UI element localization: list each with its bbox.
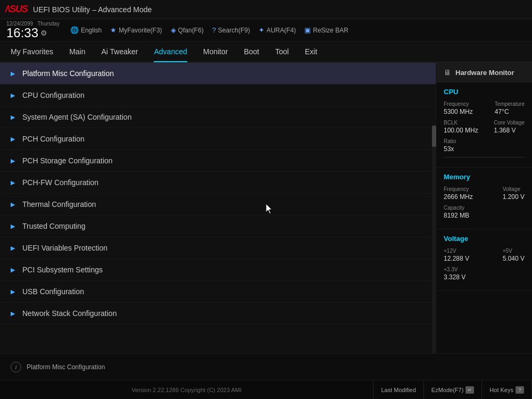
nav-item-boot[interactable]: Boot [244,42,259,62]
bios-header: /\SUS UEFI BIOS Utility – Advanced Mode [0,0,532,19]
aura-icon: ✦ [259,26,264,34]
cpu-ratio-row: Ratio 53x [444,138,525,153]
last-modified-button[interactable]: Last Modified [373,380,423,399]
chevron-right-icon: ▶ [11,179,15,186]
voltage-12v-5v-row: +12V 12.288 V +5V 5.040 V [444,248,525,262]
cpu-divider [444,157,525,157]
resize-icon: ▣ [304,26,311,34]
voltage-33v-value: 3.328 V [444,273,466,281]
cpu-bclk-value: 100.00 MHz [444,127,478,134]
nav-item-my-favorites[interactable]: My Favorites [11,42,53,62]
memory-voltage-col: Voltage 1.200 V [503,186,525,201]
asus-logo: /\SUS [5,4,28,15]
chevron-right-icon: ▶ [11,310,15,317]
cpu-frequency-value: 5300 MHz [444,108,473,115]
voltage-5v-value: 5.040 V [503,255,525,262]
menu-item-pch-config[interactable]: ▶ PCH Configuration [0,128,436,150]
time-display: 16:33 ⚙ [6,27,47,39]
qfan-button[interactable]: ◈ Qfan(F6) [171,26,204,34]
voltage-33v-row: +3.3V 3.328 V [444,267,525,281]
chevron-right-icon: ▶ [11,114,15,121]
chevron-right-icon: ▶ [11,245,15,252]
menu-item-platform-misc[interactable]: ▶ Platform Misc Configuration [0,63,436,85]
memory-voltage-label: Voltage [503,186,525,192]
memory-frequency-value: 2666 MHz [444,193,473,201]
cpu-ratio-value: 53x [444,145,456,153]
cpu-section-title: CPU [444,88,525,96]
cpu-bclk-voltage-row: BCLK 100.00 MHz Core Voltage 1.368 V [444,120,525,134]
cpu-freq-temp-row: Frequency 5300 MHz Temperature 47°C [444,101,525,115]
menu-item-pch-storage[interactable]: ▶ PCH Storage Configuration [0,150,436,172]
nav-item-monitor[interactable]: Monitor [203,42,228,62]
content-panel[interactable]: ▶ Platform Misc Configuration ▶ CPU Conf… [0,63,436,353]
ez-mode-button[interactable]: EzMode(F7) ↵ [424,380,483,399]
main-layout: ▶ Platform Misc Configuration ▶ CPU Conf… [0,63,532,353]
toolbar: 🌐 English ★ MyFavorite(F3) ◈ Qfan(F6) ? … [70,26,348,34]
hardware-monitor-title: Hardware Monitor [455,69,514,77]
star-icon: ★ [110,26,117,34]
resize-bar-button[interactable]: ▣ ReSize BAR [304,26,348,34]
hardware-monitor-header: 🖥 Hardware Monitor [436,63,532,82]
search-button[interactable]: ? Search(F9) [212,26,250,34]
footer: Version 2.22.1286 Copyright (C) 2023 AMI… [0,380,532,399]
cpu-section: CPU Frequency 5300 MHz Temperature 47°C … [436,82,532,168]
hot-keys-icon: ? [516,386,524,394]
menu-item-thermal[interactable]: ▶ Thermal Configuration [0,194,436,215]
my-favorite-button[interactable]: ★ MyFavorite(F3) [110,26,162,34]
cpu-core-voltage-col: Core Voltage 1.368 V [494,120,525,134]
cpu-core-voltage-value: 1.368 V [494,127,525,134]
footer-right: Last Modified EzMode(F7) ↵ Hot Keys ? [373,380,532,399]
nav-item-exit[interactable]: Exit [305,42,317,62]
memory-capacity-label: Capacity [444,205,469,211]
chevron-right-icon: ▶ [11,70,15,77]
cpu-ratio-label: Ratio [444,138,456,144]
nav-item-tool[interactable]: Tool [275,42,289,62]
memory-capacity-row: Capacity 8192 MB [444,205,525,219]
menu-item-usb-config[interactable]: ▶ USB Configuration [0,281,436,303]
memory-voltage-value: 1.200 V [503,193,525,201]
aura-button[interactable]: ✦ AURA(F4) [259,26,296,34]
status-description: Platform Misc Configuration [27,363,105,371]
memory-capacity-value: 8192 MB [444,212,469,219]
version-text: Version 2.22.1286 Copyright (C) 2023 AMI [0,387,373,393]
chevron-right-icon: ▶ [11,223,15,230]
menu-item-system-agent[interactable]: ▶ System Agent (SA) Configuration [0,106,436,128]
cpu-frequency-col: Frequency 5300 MHz [444,101,473,115]
globe-icon: 🌐 [70,26,79,34]
chevron-right-icon: ▶ [11,157,15,164]
voltage-33v-label: +3.3V [444,267,466,272]
scrollbar-thumb[interactable] [432,126,436,147]
settings-gear-icon[interactable]: ⚙ [40,29,47,37]
cpu-temperature-value: 47°C [495,108,525,115]
fan-icon: ◈ [171,26,176,34]
hardware-monitor-panel: 🖥 Hardware Monitor CPU Frequency 5300 MH… [436,63,532,353]
status-info: i Platform Misc Configuration [11,362,105,372]
menu-item-uefi-variables[interactable]: ▶ UEFI Variables Protection [0,237,436,259]
language-selector[interactable]: 🌐 English [70,26,102,34]
monitor-icon: 🖥 [444,68,451,77]
menu-item-network-stack[interactable]: ▶ Network Stack Configuration [0,303,436,325]
cpu-core-voltage-label: Core Voltage [494,120,525,126]
voltage-12v-value: 12.288 V [444,255,469,262]
voltage-12v-label: +12V [444,248,469,254]
memory-freq-voltage-row: Frequency 2666 MHz Voltage 1.200 V [444,186,525,201]
menu-item-pci-subsystem[interactable]: ▶ PCI Subsystem Settings [0,259,436,281]
menu-item-pch-fw[interactable]: ▶ PCH-FW Configuration [0,172,436,194]
voltage-5v-col: +5V 5.040 V [503,248,525,262]
cpu-temperature-label: Temperature [495,101,525,107]
nav-item-advanced[interactable]: Advanced [154,42,187,62]
memory-capacity-col: Capacity 8192 MB [444,205,469,219]
menu-item-cpu-config[interactable]: ▶ CPU Configuration [0,85,436,106]
chevron-right-icon: ▶ [11,92,15,99]
bios-title: UEFI BIOS Utility – Advanced Mode [33,5,152,14]
nav-item-ai-tweaker[interactable]: Ai Tweaker [101,42,138,62]
voltage-12v-col: +12V 12.288 V [444,248,469,262]
time-bar: 12/24/2099 Thursday 16:33 ⚙ 🌐 English ★ … [0,19,532,41]
hot-keys-button[interactable]: Hot Keys ? [482,380,532,399]
cpu-frequency-label: Frequency [444,101,473,107]
chevron-right-icon: ▶ [11,288,15,295]
memory-frequency-col: Frequency 2666 MHz [444,186,473,201]
menu-item-trusted-computing[interactable]: ▶ Trusted Computing [0,215,436,237]
nav-item-main[interactable]: Main [69,42,85,62]
cpu-temperature-col: Temperature 47°C [495,101,525,115]
